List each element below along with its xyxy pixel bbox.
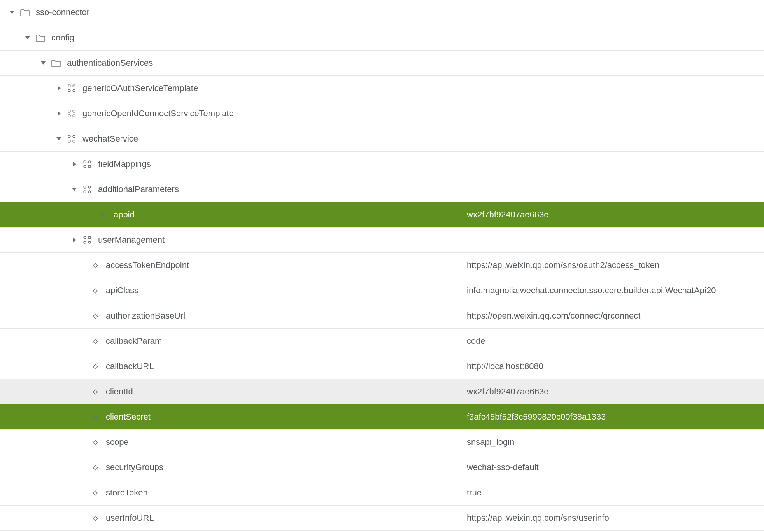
chevron-down-icon[interactable] [54, 135, 63, 143]
property-icon [89, 487, 100, 498]
node-user-management[interactable]: userManagement [0, 228, 764, 253]
property-authorization-base-url[interactable]: authorizationBaseUrl https://open.weixin… [0, 303, 764, 329]
property-client-id[interactable]: clientId wx2f7bf92407ae663e [0, 379, 764, 404]
property-appid[interactable]: appid wx2f7bf92407ae663e [0, 202, 764, 228]
property-value[interactable]: code [463, 336, 764, 346]
property-label: scope [106, 437, 129, 447]
property-value[interactable]: true [463, 488, 764, 498]
folder-icon [19, 7, 30, 18]
node-sso-connector[interactable]: sso-connector [0, 0, 764, 25]
content-node-icon [66, 108, 77, 119]
property-store-token[interactable]: storeToken true [0, 480, 764, 506]
property-security-groups[interactable]: securityGroups wechat-sso-default [0, 455, 764, 480]
chevron-right-icon[interactable] [70, 160, 79, 168]
chevron-right-icon[interactable] [54, 84, 63, 93]
node-generic-oauth-service-template[interactable]: genericOAuthServiceTemplate [0, 76, 764, 101]
property-value[interactable]: wechat-sso-default [463, 462, 764, 472]
property-icon [89, 336, 100, 346]
node-label: genericOpenIdConnectServiceTemplate [82, 108, 234, 119]
folder-icon [51, 58, 61, 68]
property-label: userInfoURL [106, 513, 154, 523]
property-icon [89, 260, 100, 271]
folder-icon [35, 32, 46, 43]
property-callback-url[interactable]: callbackURL http://localhost:8080 [0, 354, 764, 379]
property-label: storeToken [106, 488, 148, 498]
property-callback-param[interactable]: callbackParam code [0, 329, 764, 354]
node-label: config [51, 33, 74, 43]
property-label: authorizationBaseUrl [106, 311, 185, 321]
node-wechat-service[interactable]: wechatService [0, 126, 764, 152]
property-icon [89, 285, 100, 296]
chevron-down-icon[interactable] [39, 59, 47, 67]
property-value[interactable]: https://api.weixin.qq.com/sns/oauth2/acc… [463, 260, 764, 270]
property-value[interactable]: info.magnolia.wechat.connector.sso.core.… [463, 285, 764, 296]
property-value[interactable]: https://api.weixin.qq.com/sns/userinfo [463, 513, 764, 523]
node-generic-openid-connect-service-template[interactable]: genericOpenIdConnectServiceTemplate [0, 101, 764, 126]
chevron-down-icon[interactable] [70, 185, 79, 194]
property-icon [89, 513, 100, 523]
property-value[interactable]: http://localhost:8080 [463, 361, 764, 371]
node-authentication-services[interactable]: authenticationServices [0, 51, 764, 76]
property-value[interactable]: wx2f7bf92407ae663e [463, 210, 764, 220]
node-label: fieldMappings [98, 159, 151, 169]
property-icon [89, 411, 100, 422]
node-label: genericOAuthServiceTemplate [82, 83, 198, 93]
property-label: accessTokenEndpoint [106, 260, 189, 270]
node-label: additionalParameters [98, 184, 179, 194]
node-label: sso-connector [36, 7, 89, 18]
property-label: appid [114, 210, 135, 220]
property-icon [89, 462, 100, 473]
property-icon [89, 437, 100, 448]
chevron-right-icon[interactable] [54, 109, 63, 118]
property-scope[interactable]: scope snsapi_login [0, 430, 764, 455]
property-value[interactable]: snsapi_login [463, 437, 764, 447]
property-access-token-endpoint[interactable]: accessTokenEndpoint https://api.weixin.q… [0, 253, 764, 278]
property-value[interactable]: https://open.weixin.qq.com/connect/qrcon… [463, 311, 764, 321]
property-label: callbackParam [106, 336, 162, 346]
property-value[interactable]: wx2f7bf92407ae663e [463, 387, 764, 397]
node-label: authenticationServices [67, 58, 153, 68]
property-value[interactable]: f3afc45bf52f3c5990820c00f38a1333 [463, 412, 764, 422]
property-label: clientSecret [106, 412, 151, 422]
property-label: apiClass [106, 285, 138, 296]
property-user-info-url[interactable]: userInfoURL https://api.weixin.qq.com/sn… [0, 506, 764, 531]
property-icon [89, 310, 100, 321]
property-client-secret[interactable]: clientSecret f3afc45bf52f3c5990820c00f38… [0, 404, 764, 430]
property-icon [97, 209, 108, 220]
chevron-down-icon[interactable] [8, 8, 16, 17]
node-label: userManagement [98, 235, 165, 245]
content-node-icon [82, 234, 93, 245]
property-label: callbackURL [106, 361, 154, 371]
property-label: clientId [106, 387, 133, 397]
property-icon [89, 386, 100, 397]
property-api-class[interactable]: apiClass info.magnolia.wechat.connector.… [0, 278, 764, 303]
chevron-down-icon[interactable] [23, 33, 32, 42]
node-label: wechatService [82, 134, 138, 144]
config-tree: sso-connector config authenticationServi… [0, 0, 764, 531]
node-field-mappings[interactable]: fieldMappings [0, 152, 764, 177]
content-node-icon [82, 184, 93, 195]
content-node-icon [82, 159, 93, 170]
node-config[interactable]: config [0, 25, 764, 51]
property-label: securityGroups [106, 462, 163, 472]
content-node-icon [66, 83, 77, 94]
content-node-icon [66, 133, 77, 144]
node-additional-parameters[interactable]: additionalParameters [0, 177, 764, 202]
chevron-right-icon[interactable] [70, 236, 79, 244]
property-icon [89, 361, 100, 372]
